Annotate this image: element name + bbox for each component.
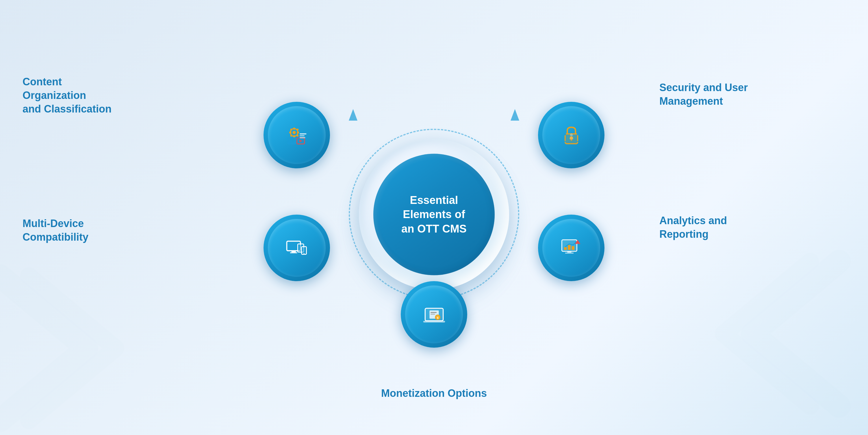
svg-marker-15: [299, 139, 302, 142]
svg-point-36: [577, 141, 578, 142]
center-line3: an OTT CMS: [401, 222, 467, 236]
satellite-content-org: [264, 102, 330, 168]
satellite-monetization: $: [401, 281, 467, 348]
label-security-line1: Security and User: [659, 81, 856, 94]
svg-rect-49: [423, 321, 445, 322]
svg-point-34: [577, 133, 579, 135]
satellite-security: [538, 102, 604, 168]
label-content-org-line2: Organization: [23, 89, 184, 103]
svg-rect-7: [297, 132, 299, 133]
svg-rect-17: [299, 135, 304, 136]
center-text: Essential Elements of an OTT CMS: [401, 193, 467, 236]
svg-point-33: [564, 133, 566, 135]
svg-marker-0: [349, 109, 358, 121]
label-monetization-line1: Monetization Options: [381, 387, 487, 399]
security-icon: [559, 123, 584, 147]
svg-rect-52: [431, 314, 435, 314]
svg-rect-27: [302, 247, 306, 253]
svg-rect-40: [564, 247, 567, 250]
label-multi-device-line1: Multi-Device: [23, 217, 167, 231]
svg-rect-46: [565, 253, 573, 253]
bg-decoration-right: [694, 233, 868, 435]
svg-rect-16: [299, 133, 306, 134]
label-analytics-line1: Analytics and: [659, 214, 856, 228]
label-analytics-line2: Reporting: [659, 228, 856, 241]
svg-rect-41: [568, 245, 570, 250]
label-content-org-line3: and Classification: [23, 103, 184, 116]
center-circle: Essential Elements of an OTT CMS: [359, 139, 509, 290]
svg-point-37: [570, 133, 572, 136]
center-circle-inner: Essential Elements of an OTT CMS: [373, 154, 495, 276]
svg-point-3: [292, 131, 296, 134]
svg-marker-1: [510, 109, 519, 121]
label-security-line2: Management: [659, 94, 856, 108]
label-content-org-line1: Content: [23, 75, 184, 89]
svg-rect-51: [431, 312, 437, 313]
arrow-right-icon: [510, 109, 519, 121]
svg-point-35: [564, 141, 565, 142]
center-line2: Elements of: [401, 207, 467, 222]
label-content-org: Content Organization and Classification: [23, 75, 184, 116]
svg-rect-18: [299, 137, 305, 138]
label-analytics: Analytics and Reporting: [659, 214, 856, 241]
label-monetization: Monetization Options: [381, 387, 487, 400]
main-container: Essential Elements of an OTT CMS: [0, 0, 868, 435]
svg-rect-8: [290, 128, 292, 130]
content-org-icon: [285, 123, 309, 147]
svg-rect-4: [293, 127, 295, 130]
label-multi-device-line2: Compatibility: [23, 231, 167, 244]
svg-rect-42: [571, 246, 574, 250]
monetization-icon: $: [422, 302, 446, 327]
svg-rect-22: [290, 252, 297, 253]
svg-rect-6: [289, 132, 291, 133]
satellite-analytics: [538, 214, 604, 281]
svg-text:$: $: [437, 316, 439, 319]
center-line1: Essential: [401, 193, 467, 207]
svg-rect-5: [293, 135, 295, 137]
svg-rect-45: [567, 251, 571, 253]
svg-point-28: [303, 253, 304, 254]
label-security: Security and User Management: [659, 81, 856, 108]
svg-rect-21: [291, 251, 296, 252]
arrow-left-icon: [349, 109, 358, 121]
label-multi-device: Multi-Device Compatibility: [23, 217, 167, 244]
bg-decoration-left: [0, 247, 145, 435]
satellite-multi-device: [264, 214, 330, 281]
analytics-icon: [559, 236, 584, 260]
svg-point-25: [300, 252, 301, 253]
multi-device-icon: [285, 236, 309, 260]
